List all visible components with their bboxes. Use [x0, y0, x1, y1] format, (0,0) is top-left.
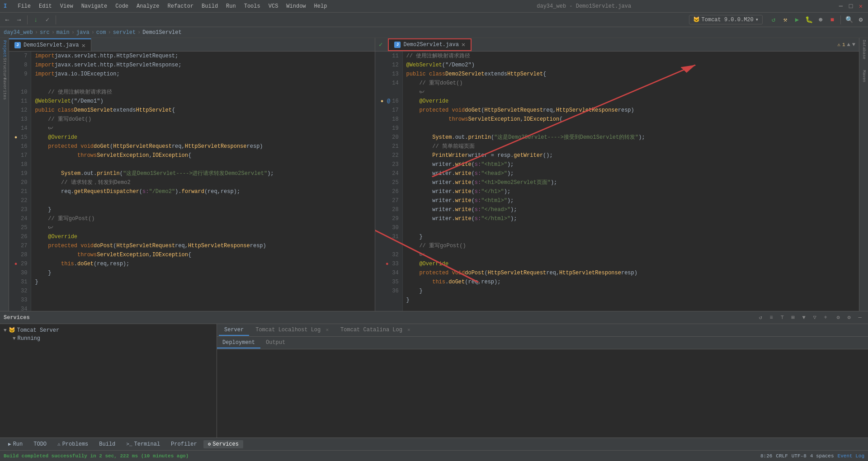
rebuild-button[interactable]: ↺	[768, 14, 779, 25]
tree-label-tomcat: Tomcat Server	[17, 327, 60, 334]
warning-count: 1	[842, 42, 845, 47]
main-area: Project Structure Favorites J Demo1Servl…	[0, 38, 868, 311]
tab-demo2-close[interactable]: ✕	[462, 41, 465, 48]
right-code-content[interactable]: // 使用注解映射请求路径 @WebServlet("/Demo2") publ…	[403, 52, 859, 311]
services-filter2-button[interactable]: ▽	[810, 313, 819, 322]
build-action-btn[interactable]: Build	[94, 440, 120, 448]
tree-item-tomcat[interactable]: ▼ 🐱 Tomcat Server	[2, 326, 215, 334]
terminal-action-btn[interactable]: >_ Terminal	[122, 440, 165, 448]
run-button[interactable]: ▶	[792, 14, 802, 25]
event-log-link[interactable]: Event Log	[838, 453, 864, 459]
nav-up-icon[interactable]: ▲	[847, 42, 850, 48]
menu-analyze[interactable]: Analyze	[133, 2, 163, 10]
menu-help[interactable]: Help	[311, 2, 331, 10]
menu-edit[interactable]: Edit	[35, 2, 56, 10]
right-editor-panel: ✓ J Demo2Servlet.java ✕ ⚠ 1 ▲ ▼	[375, 38, 859, 311]
build-status: Build completed successfully in 2 sec, 2…	[4, 453, 189, 459]
services-tab-catalina[interactable]: Tomcat Catalina Log ✕	[335, 325, 416, 336]
services-tab-localhost-close[interactable]: ✕	[326, 327, 329, 333]
services-settings2-button[interactable]: ⚙	[834, 313, 843, 322]
line-ending[interactable]: CRLF	[776, 453, 788, 459]
tab-demo2servlet[interactable]: J Demo2Servlet.java ✕	[388, 38, 472, 51]
window-controls: ─ □ ✕	[837, 3, 864, 10]
nav-down-icon[interactable]: ▼	[852, 42, 855, 48]
tree-expand2-icon: ▼	[13, 336, 16, 341]
problems-action-btn[interactable]: ⚠ Problems	[53, 440, 93, 448]
left-code-editor[interactable]: 7 8 9 10 11 12 13 14 ●15 16 17 18 19	[9, 52, 375, 311]
services-action-label: Services	[212, 441, 239, 447]
tree-item-running[interactable]: ▼ Running	[2, 334, 215, 343]
services-group-button[interactable]: ⊞	[788, 313, 797, 322]
build-action-label: Build	[99, 441, 115, 447]
services-expand-all-button[interactable]: ⊤	[778, 313, 787, 322]
minimize-button[interactable]: ─	[837, 3, 844, 10]
vcs-update-button[interactable]: ↓	[30, 14, 41, 25]
search-button[interactable]: 🔍	[844, 14, 854, 25]
todo-action-btn[interactable]: TODO	[29, 440, 51, 448]
breadcrumb-main[interactable]: main	[57, 29, 70, 36]
stop-button[interactable]: ■	[827, 14, 838, 25]
toolbar-sep-1	[27, 15, 28, 24]
services-title: Services	[4, 315, 30, 321]
menu-tools[interactable]: Tools	[241, 2, 264, 10]
settings-button[interactable]: ⚙	[855, 14, 866, 25]
menu-file[interactable]: File	[14, 2, 34, 10]
services-collapse-all-button[interactable]: ≡	[767, 313, 776, 322]
breadcrumb-src[interactable]: src	[40, 29, 50, 36]
build-button[interactable]: ⚒	[780, 14, 791, 25]
tomcat-tree-icon: 🐱	[9, 327, 15, 334]
run-config-selector[interactable]: 🐱 Tomcat 9.0.0.M20 ▾	[689, 15, 763, 24]
breadcrumb-project[interactable]: day34_web	[4, 29, 33, 36]
services-tab-catalina-close[interactable]: ✕	[407, 327, 410, 333]
close-button[interactable]: ✕	[857, 3, 864, 10]
maven-panel-icon[interactable]: Maven	[862, 70, 866, 82]
breadcrumb-com[interactable]: com	[96, 29, 106, 36]
services-refresh-button[interactable]: ↺	[756, 313, 765, 322]
menu-vcs[interactable]: VCS	[265, 2, 282, 10]
vcs-commit-button[interactable]: ✓	[42, 14, 53, 25]
project-panel-icon[interactable]: Project	[1, 40, 8, 58]
services-filter-button[interactable]: ▼	[799, 313, 808, 322]
indent-size[interactable]: 4 spaces	[810, 453, 834, 459]
services-tab-server[interactable]: Server	[219, 325, 249, 336]
menu-code[interactable]: Code	[112, 2, 132, 10]
terminal-action-label: Terminal	[134, 441, 160, 447]
menu-refactor[interactable]: Refactor	[164, 2, 197, 10]
charset[interactable]: UTF-8	[792, 453, 807, 459]
profiler-action-btn[interactable]: Profiler	[166, 440, 202, 448]
menu-bar: I File Edit View Navigate Code Analyze R…	[4, 2, 330, 10]
coverage-button[interactable]: ⊕	[815, 14, 826, 25]
services-content-area	[217, 349, 868, 437]
database-panel-icon[interactable]: Database	[862, 40, 866, 59]
left-sidebar: Project Structure Favorites	[0, 38, 9, 311]
tree-expand-icon: ▼	[4, 328, 7, 333]
services-tab-localhost[interactable]: Tomcat Localhost Log ✕	[250, 325, 334, 336]
services-action-btn[interactable]: ⚙ Services	[203, 440, 243, 448]
menu-run[interactable]: Run	[222, 2, 240, 10]
services-subtab-output[interactable]: Output	[260, 338, 291, 348]
right-code-editor[interactable]: 11 12 13 14 ●@16 17 18 19 20 21 22 23 24	[375, 52, 859, 311]
breadcrumb-java[interactable]: java	[76, 29, 90, 36]
tab-demo1servlet[interactable]: J Demo1Servlet.java ✕	[9, 38, 91, 51]
services-add-button[interactable]: +	[821, 313, 830, 322]
debug-button[interactable]: 🐛	[803, 14, 814, 25]
run-action-btn[interactable]: ▶ Run	[4, 440, 27, 448]
breadcrumb-servlet[interactable]: servlet	[113, 29, 136, 36]
services-settings-button[interactable]: ⚙	[844, 313, 854, 322]
services-minimize-button[interactable]: ─	[855, 313, 864, 322]
breadcrumb-class[interactable]: Demo1Servlet	[142, 29, 181, 36]
favorites-panel-icon[interactable]: Favorites	[1, 80, 8, 98]
menu-window[interactable]: Window	[283, 2, 309, 10]
menu-navigate[interactable]: Navigate	[78, 2, 111, 10]
services-subtab-deployment[interactable]: Deployment	[217, 338, 260, 348]
tab-demo1-close[interactable]: ✕	[81, 42, 85, 49]
maximize-button[interactable]: □	[847, 3, 854, 10]
menu-build[interactable]: Build	[198, 2, 222, 10]
structure-panel-icon[interactable]: Structure	[1, 60, 8, 78]
toolbar-sep-3	[840, 15, 841, 24]
left-code-content[interactable]: import javax.servlet.http.HttpServletReq…	[31, 52, 375, 311]
services-action-icon: ⚙	[208, 441, 211, 447]
back-button[interactable]: ←	[2, 14, 13, 25]
menu-view[interactable]: View	[57, 2, 77, 10]
forward-button[interactable]: →	[14, 14, 24, 25]
